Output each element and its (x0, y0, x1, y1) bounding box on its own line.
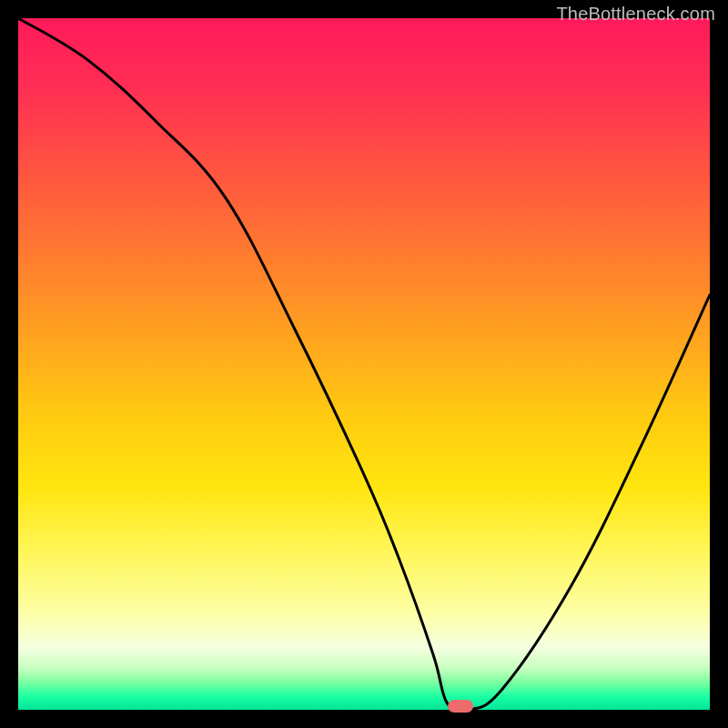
x-axis-strip (0, 710, 728, 728)
optimum-marker (448, 700, 473, 713)
watermark-text: TheBottleneck.com (556, 4, 715, 25)
chart-frame: TheBottleneck.com (0, 0, 728, 728)
plot-gradient-area (18, 18, 710, 710)
y-axis-strip (0, 0, 18, 728)
